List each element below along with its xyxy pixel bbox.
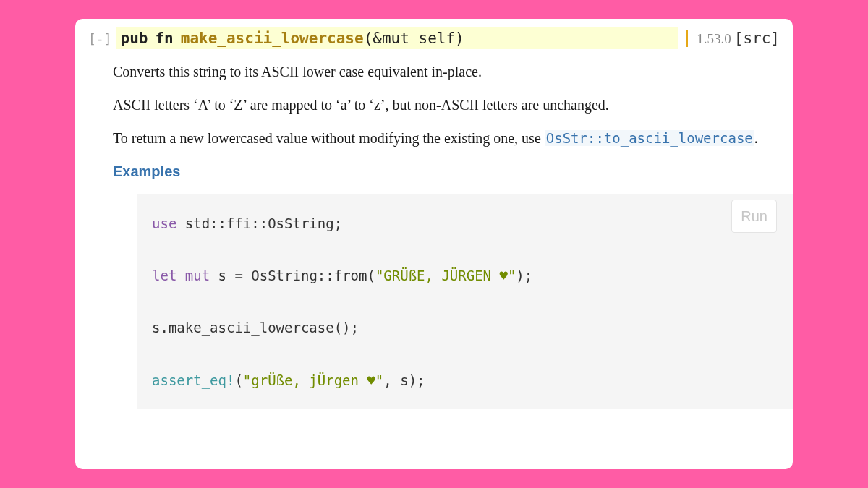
function-signature: pub fn make_ascii_lowercase (&mut self) xyxy=(116,27,679,49)
function-args: (&mut self) xyxy=(364,30,464,47)
code-line xyxy=(152,236,778,262)
token-keyword: let xyxy=(152,267,176,283)
function-name: make_ascii_lowercase xyxy=(181,30,364,47)
token-macro: assert_eq! xyxy=(152,372,234,388)
token-keyword: use xyxy=(152,215,176,231)
code-line xyxy=(152,288,778,314)
run-button[interactable]: Run xyxy=(731,200,777,233)
token-plain: std::ffi::OsString; xyxy=(176,215,342,231)
function-header: [-] pub fn make_ascii_lowercase (&mut se… xyxy=(88,27,780,49)
doc-container: [-] pub fn make_ascii_lowercase (&mut se… xyxy=(75,19,793,469)
since-version: 1.53.0 xyxy=(697,31,731,47)
text: . xyxy=(754,130,758,146)
description-paragraph: To return a new lowercased value without… xyxy=(113,127,780,149)
token-string: "GRÜßE, JÜRGEN ♥" xyxy=(375,267,516,283)
token-plain: s = OsString::from( xyxy=(210,267,375,283)
code-line: use std::ffi::OsString; xyxy=(152,210,778,236)
token-plain: ); xyxy=(516,267,532,283)
code-line: assert_eq!("grÜße, jÜrgen ♥", s); xyxy=(152,367,778,393)
token-plain: ( xyxy=(234,372,242,388)
api-link[interactable]: OsStr::to_ascii_lowercase xyxy=(545,130,754,146)
code-line: let mut s = OsString::from("GRÜßE, JÜRGE… xyxy=(152,262,778,288)
token-string: "grÜße, jÜrgen ♥" xyxy=(243,372,383,388)
token-plain: s.make_ascii_lowercase(); xyxy=(152,320,359,335)
examples-heading[interactable]: Examples xyxy=(113,160,780,182)
version-box: 1.53.0 [src] xyxy=(686,30,780,47)
keyword-fn: fn xyxy=(155,30,173,47)
text: To return a new lowercased value without… xyxy=(113,130,545,146)
code-line xyxy=(152,341,778,367)
source-link[interactable]: [src] xyxy=(734,30,780,47)
description-paragraph: Converts this string to its ASCII lower … xyxy=(113,61,780,82)
collapse-toggle[interactable]: [-] xyxy=(88,31,112,46)
token-plain: , s); xyxy=(383,372,425,388)
description-paragraph: ASCII letters ‘A’ to ‘Z’ are mapped to ‘… xyxy=(113,94,780,116)
code-example: Run use std::ffi::OsString; let mut s = … xyxy=(137,194,793,409)
token-plain xyxy=(176,267,184,283)
description: Converts this string to its ASCII lower … xyxy=(113,61,780,409)
code-line: s.make_ascii_lowercase(); xyxy=(152,314,778,341)
keyword-pub: pub xyxy=(121,30,148,47)
token-keyword: mut xyxy=(185,267,210,283)
